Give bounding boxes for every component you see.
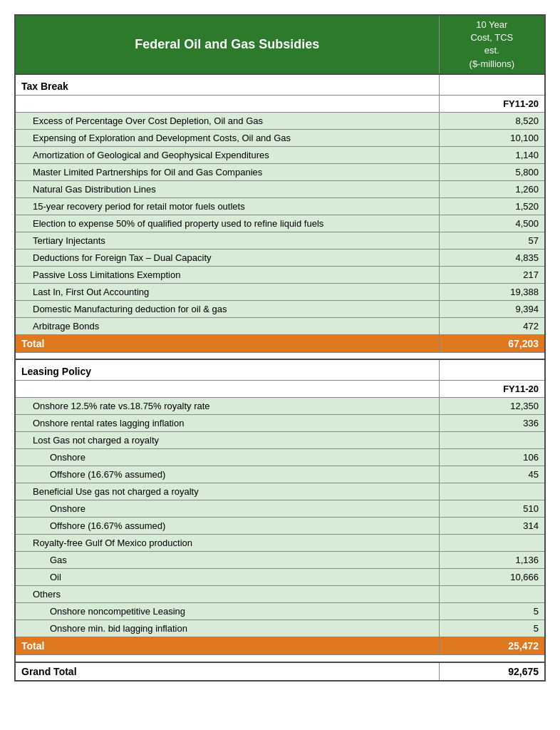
row-value-s0-r0: 8,520 [439, 112, 545, 129]
row-value-s0-r9: 217 [439, 266, 545, 283]
row-value-s0-r5: 1,520 [439, 197, 545, 215]
row-value-s1-r7: 314 [439, 518, 545, 535]
total-row-1: Total 25,472 [15, 637, 545, 655]
row-label-s1-r10: Oil [15, 569, 439, 586]
data-row-s1-r1: Onshore rental rates lagging inflation 3… [15, 415, 545, 432]
data-row-s1-r13: Onshore min. bid lagging inflation 5 [15, 620, 545, 637]
data-row-s1-r12: Onshore noncompetitive Leasing 5 [15, 603, 545, 620]
row-label-s0-r8: Deductions for Foreign Tax – Dual Capaci… [15, 249, 439, 266]
row-label-s1-r8: Royalty-free Gulf Of Mexico production [15, 535, 439, 552]
data-row-s1-r2: Lost Gas not charged a royalty [15, 432, 545, 449]
row-label-s0-r4: Natural Gas Distribution Lines [15, 180, 439, 197]
row-value-s1-r13: 5 [439, 620, 545, 637]
row-label-s1-r13: Onshore min. bid lagging inflation [15, 620, 439, 637]
row-value-s0-r7: 57 [439, 232, 545, 249]
spacer-row-0 [15, 352, 545, 359]
fy-label-0 [439, 74, 545, 96]
data-row-s1-r5: Beneficial Use gas not charged a royalty [15, 483, 545, 500]
fy-header-0: FY11-20 [15, 95, 545, 112]
spacer-row-1 [15, 655, 545, 662]
data-row-s1-r8: Royalty-free Gulf Of Mexico production [15, 535, 545, 552]
page-wrapper: Federal Oil and Gas Subsidies 10 YearCos… [14, 14, 546, 682]
data-row-s0-r0: Excess of Percentage Over Cost Depletion… [15, 112, 545, 129]
row-label-s0-r3: Master Limited Partnerships for Oil and … [15, 163, 439, 180]
row-value-s1-r0: 12,350 [439, 398, 545, 415]
data-row-s0-r11: Domestic Manufacturing deduction for oil… [15, 300, 545, 317]
data-row-s0-r9: Passive Loss Limitations Exemption 217 [15, 266, 545, 283]
row-value-s0-r10: 19,388 [439, 283, 545, 300]
data-row-s0-r10: Last In, First Out Accounting 19,388 [15, 283, 545, 300]
row-label-s1-r0: Onshore 12.5% rate vs.18.75% royalty rat… [15, 398, 439, 415]
section-header-0: Tax Break [15, 74, 545, 96]
fy-label-right-1: FY11-20 [439, 381, 545, 398]
row-label-s0-r9: Passive Loss Limitations Exemption [15, 266, 439, 283]
row-value-s1-r2 [439, 432, 545, 449]
row-value-s1-r9: 1,136 [439, 552, 545, 569]
fy-label-left-0 [15, 95, 439, 112]
table-header: Federal Oil and Gas Subsidies 10 YearCos… [15, 15, 545, 74]
section-title-0: Tax Break [15, 74, 439, 96]
row-value-s0-r1: 10,100 [439, 129, 545, 146]
grand-total-label: Grand Total [15, 662, 439, 681]
grand-total-row: Grand Total 92,675 [15, 662, 545, 681]
data-row-s1-r7: Offshore (16.67% assumed) 314 [15, 518, 545, 535]
row-label-s1-r5: Beneficial Use gas not charged a royalty [15, 483, 439, 500]
data-row-s0-r4: Natural Gas Distribution Lines 1,260 [15, 180, 545, 197]
data-row-s0-r6: Election to expense 50% of qualified pro… [15, 215, 545, 232]
row-value-s0-r12: 472 [439, 317, 545, 334]
row-label-s1-r4: Offshore (16.67% assumed) [15, 466, 439, 483]
data-row-s1-r6: Onshore 510 [15, 500, 545, 518]
row-label-s1-r1: Onshore rental rates lagging inflation [15, 415, 439, 432]
main-table: Federal Oil and Gas Subsidies 10 YearCos… [14, 14, 546, 682]
row-label-s0-r1: Expensing of Exploration and Development… [15, 129, 439, 146]
row-value-s1-r1: 336 [439, 415, 545, 432]
data-row-s1-r0: Onshore 12.5% rate vs.18.75% royalty rat… [15, 398, 545, 415]
row-value-s1-r10: 10,666 [439, 569, 545, 586]
row-value-s0-r2: 1,140 [439, 146, 545, 163]
data-row-s0-r8: Deductions for Foreign Tax – Dual Capaci… [15, 249, 545, 266]
row-value-s1-r11 [439, 586, 545, 603]
row-label-s1-r3: Onshore [15, 449, 439, 466]
data-row-s0-r12: Arbitrage Bonds 472 [15, 317, 545, 334]
row-value-s1-r3: 106 [439, 449, 545, 466]
row-label-s0-r10: Last In, First Out Accounting [15, 283, 439, 300]
total-label-1: Total [15, 637, 439, 655]
total-value-1: 25,472 [439, 637, 545, 655]
row-label-s1-r7: Offshore (16.67% assumed) [15, 518, 439, 535]
data-row-s0-r3: Master Limited Partnerships for Oil and … [15, 163, 545, 180]
data-row-s1-r11: Others [15, 586, 545, 603]
row-label-s0-r5: 15-year recovery period for retail motor… [15, 197, 439, 215]
row-value-s1-r12: 5 [439, 603, 545, 620]
data-row-s1-r4: Offshore (16.67% assumed) 45 [15, 466, 545, 483]
data-row-s1-r9: Gas 1,136 [15, 552, 545, 569]
row-label-s1-r9: Gas [15, 552, 439, 569]
fy-label-right-0: FY11-20 [439, 95, 545, 112]
row-value-s1-r6: 510 [439, 500, 545, 518]
data-row-s1-r10: Oil 10,666 [15, 569, 545, 586]
row-label-s0-r0: Excess of Percentage Over Cost Depletion… [15, 112, 439, 129]
total-value-0: 67,203 [439, 334, 545, 352]
header-value-col: 10 YearCost, TCSest.($-millions) [439, 15, 545, 74]
row-value-s1-r5 [439, 483, 545, 500]
data-row-s0-r5: 15-year recovery period for retail motor… [15, 197, 545, 215]
row-value-s0-r8: 4,835 [439, 249, 545, 266]
row-label-s1-r2: Lost Gas not charged a royalty [15, 432, 439, 449]
data-row-s1-r3: Onshore 106 [15, 449, 545, 466]
row-value-s0-r4: 1,260 [439, 180, 545, 197]
row-value-s1-r4: 45 [439, 466, 545, 483]
total-label-0: Total [15, 334, 439, 352]
fy-header-1: FY11-20 [15, 381, 545, 398]
grand-total-value: 92,675 [439, 662, 545, 681]
section-title-1: Leasing Policy [15, 359, 439, 381]
row-label-s1-r12: Onshore noncompetitive Leasing [15, 603, 439, 620]
table-title: Federal Oil and Gas Subsidies [15, 15, 439, 74]
section-header-1: Leasing Policy [15, 359, 545, 381]
total-row-0: Total 67,203 [15, 334, 545, 352]
row-label-s0-r12: Arbitrage Bonds [15, 317, 439, 334]
fy-label-1 [439, 359, 545, 381]
row-label-s1-r11: Others [15, 586, 439, 603]
row-label-s0-r11: Domestic Manufacturing deduction for oil… [15, 300, 439, 317]
row-label-s1-r6: Onshore [15, 500, 439, 518]
data-row-s0-r7: Tertiary Injectants 57 [15, 232, 545, 249]
row-label-s0-r2: Amortization of Geological and Geophysic… [15, 146, 439, 163]
